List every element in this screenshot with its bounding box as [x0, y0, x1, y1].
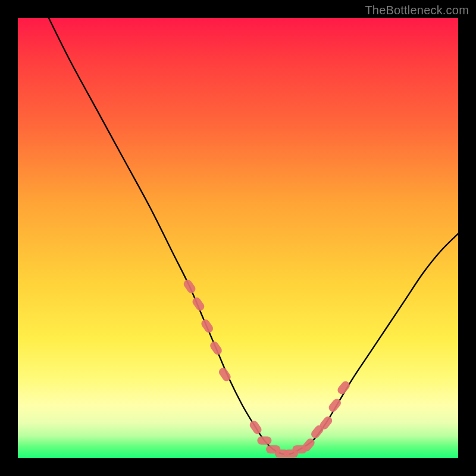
marker-blob: [248, 419, 263, 436]
bottleneck-curve-svg: [18, 18, 458, 458]
markers-group: [182, 278, 352, 458]
bottleneck-curve-path: [49, 18, 458, 455]
marker-blob: [200, 318, 215, 334]
marker-blob: [336, 380, 352, 396]
chart-stage: TheBottleneck.com: [0, 0, 476, 476]
marker-blob: [257, 436, 271, 444]
watermark-label: TheBottleneck.com: [365, 4, 469, 17]
marker-blob: [208, 340, 223, 356]
marker-blob: [191, 296, 206, 312]
plot-area: [18, 18, 458, 458]
marker-blob: [182, 278, 197, 295]
